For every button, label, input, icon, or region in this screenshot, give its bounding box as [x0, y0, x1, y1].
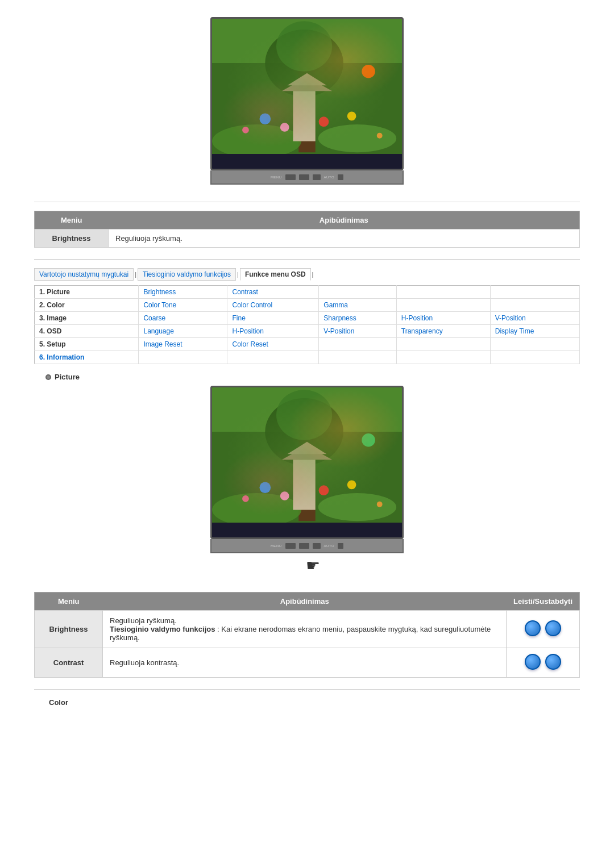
col-meniu-1: Meniu [35, 211, 109, 229]
menu-link-hposition-osd[interactable]: H-Position [227, 325, 319, 338]
play-btn-brightness[interactable] [525, 620, 541, 636]
menu-empty-5 [490, 299, 579, 312]
svg-point-6 [318, 124, 397, 152]
brightness-desc-1: Reguliuoja ryškumą. [109, 229, 580, 248]
menu-link-colorcontrol[interactable]: Color Control [227, 299, 319, 312]
svg-point-23 [318, 493, 397, 521]
svg-rect-0 [212, 19, 402, 154]
menu-link-fine[interactable]: Fine [227, 312, 319, 325]
feat-brightness-label: Brightness [35, 611, 103, 648]
table-row: 4. OSD Language H-Position V-Position Tr… [35, 325, 580, 338]
col-apibud-1: Apibūdinimas [109, 211, 580, 229]
feat-brightness-desc: Reguliuoja ryškumą. Tiesioginio valdymo … [103, 611, 507, 648]
power-btn-2[interactable] [338, 543, 343, 549]
table-row: Brightness Reguliuoja ryškumą. Tiesiogin… [35, 611, 580, 648]
menu-link-imagereset[interactable]: Image Reset [139, 338, 227, 351]
menu-link-language[interactable]: Language [139, 325, 227, 338]
picture-label-text: Picture [55, 373, 80, 381]
menu-link-transparency[interactable]: Transparency [396, 325, 490, 338]
svg-point-15 [242, 127, 249, 133]
table-row: 2. Color Color Tone Color Control Gamma [35, 299, 580, 312]
menu-empty-6 [319, 338, 396, 351]
svg-marker-8 [282, 77, 332, 91]
tab-vartotojo[interactable]: Vartotojo nustatymų mygtukai [34, 268, 134, 281]
menu-empty-13 [490, 351, 579, 364]
nav-btn-1[interactable] [285, 174, 296, 180]
monitor-frame-1 [210, 17, 404, 170]
menu-link-sharpness[interactable]: Sharpness [319, 312, 396, 325]
divider-1 [34, 202, 580, 202]
menu-item-picture: 1. Picture [35, 286, 139, 299]
feature-table: Meniu Apibūdinimas Leisti/Sustabdyti Bri… [34, 592, 580, 678]
svg-rect-17 [212, 387, 402, 523]
menu-link-vposition-osd[interactable]: V-Position [319, 325, 396, 338]
menu-item-setup: 5. Setup [35, 338, 139, 351]
svg-rect-24 [293, 460, 315, 510]
nav-btn-3[interactable] [285, 543, 296, 549]
svg-point-31 [280, 491, 289, 500]
menu-link-colorreset[interactable]: Color Reset [227, 338, 319, 351]
auto-btn-label-2: AUTO [324, 544, 335, 548]
tab-tiesioginio[interactable]: Tiesioginio valdymo funkcijos [138, 268, 236, 281]
nav-btn-4[interactable] [299, 543, 309, 549]
auto-btn-label-1: AUTO [324, 176, 335, 179]
menu-empty-12 [396, 351, 490, 364]
menu-link-vposition-image[interactable]: V-Position [490, 312, 579, 325]
feat-brightness-bold: Tiesioginio valdymo funkcijos [110, 625, 215, 633]
enter-btn-1[interactable] [313, 174, 321, 180]
play-btn-contrast[interactable] [525, 654, 541, 670]
svg-rect-18 [212, 387, 402, 432]
picture-circle-icon [45, 374, 51, 380]
menu-empty-8 [490, 338, 579, 351]
menu-link-hposition-image[interactable]: H-Position [396, 312, 490, 325]
menu-btn-label-1: MENU [271, 176, 282, 179]
stop-btn-brightness[interactable] [545, 620, 561, 636]
power-btn-1[interactable] [338, 174, 343, 180]
menu-item-color: 2. Color [35, 299, 139, 312]
menu-link-contrast[interactable]: Contrast [227, 286, 319, 299]
svg-point-12 [319, 116, 329, 127]
sep-1: | [135, 271, 136, 278]
menu-link-displaytime[interactable]: Display Time [490, 325, 579, 338]
svg-rect-7 [293, 91, 315, 141]
svg-point-20 [265, 398, 343, 465]
menu-link-gamma[interactable]: Gamma [319, 299, 396, 312]
menu-empty-2 [396, 286, 490, 299]
nav-btn-2[interactable] [299, 174, 309, 180]
svg-point-11 [260, 113, 271, 124]
menu-item-image: 3. Image [35, 312, 139, 325]
menu-empty-11 [319, 351, 396, 364]
svg-point-30 [347, 480, 356, 489]
feat-brightness-main: Reguliuoja ryškumą. [110, 616, 177, 625]
monitor-controls-2: MENU AUTO [210, 539, 404, 553]
menu-nav-table: 1. Picture Brightness Contrast 2. Color … [34, 285, 580, 364]
sep-2: | [237, 271, 239, 278]
menu-empty-3 [490, 286, 579, 299]
feat-contrast-main: Reguliuoja kontrastą. [110, 658, 179, 667]
feat-brightness-btns [507, 611, 580, 648]
color-label-text: Color [49, 698, 68, 707]
menu-link-colortone[interactable]: Color Tone [139, 299, 227, 312]
divider-3 [34, 689, 580, 690]
tab-funkce[interactable]: Funkce menu OSD [240, 268, 311, 281]
divider-2 [34, 259, 580, 260]
svg-point-33 [377, 502, 383, 507]
monitor-display-1: MENU AUTO [34, 17, 580, 185]
feat-contrast-label: Contrast [35, 648, 103, 678]
hand-cursor-icon: ☛ [306, 556, 320, 575]
menu-link-brightness[interactable]: Brightness [139, 286, 227, 299]
svg-point-16 [377, 133, 383, 139]
picture-section-label: Picture [45, 373, 580, 381]
menu-link-coarse[interactable]: Coarse [139, 312, 227, 325]
svg-point-21 [276, 390, 332, 440]
enter-btn-2[interactable] [313, 543, 321, 549]
feat-contrast-desc: Reguliuoja kontrastą. [103, 648, 507, 678]
table-row: Brightness Reguliuoja ryškumą. [35, 229, 580, 248]
monitor-frame-2 [210, 386, 404, 539]
svg-point-22 [212, 493, 301, 523]
stop-btn-contrast[interactable] [545, 654, 561, 670]
svg-point-14 [280, 123, 289, 132]
svg-rect-1 [212, 19, 402, 63]
sep-3: | [312, 271, 314, 278]
svg-point-27 [362, 433, 375, 447]
